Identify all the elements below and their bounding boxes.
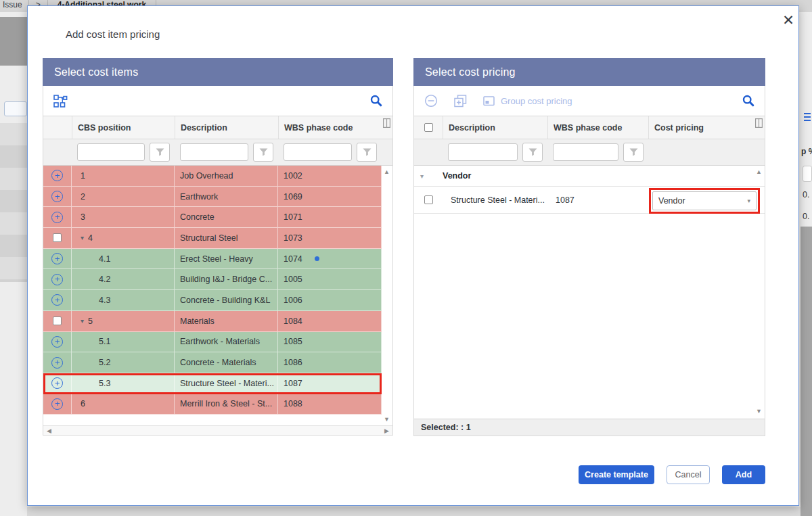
wbs-cell: 1005 <box>278 269 382 290</box>
duplicate-icon[interactable] <box>454 95 467 108</box>
cost-item-row[interactable]: +4.2Building I&J - Bridge C...1005 <box>43 269 382 290</box>
row-control-cell: + <box>43 166 72 187</box>
cost-item-row[interactable]: +4.1Erect Steel - Heavy1074 <box>43 249 382 270</box>
row-control-cell: + <box>43 394 72 415</box>
add-row-icon[interactable]: + <box>51 398 63 410</box>
description-filter-icon[interactable] <box>522 143 543 162</box>
cost-item-row[interactable]: +1Job Overhead1002 <box>43 166 382 187</box>
cost-item-row[interactable]: +5.1Earthwork - Materials1085 <box>43 332 382 353</box>
row-checkbox[interactable] <box>53 316 62 325</box>
description-column-header[interactable]: Description <box>443 116 547 139</box>
add-row-icon[interactable]: + <box>51 336 63 348</box>
row-control-cell: + <box>43 373 72 394</box>
breadcrumb-root[interactable]: Issue <box>0 0 28 11</box>
wbs-filter-input[interactable] <box>284 143 352 161</box>
cbs-position-value: 2 <box>81 192 85 202</box>
cost-pricing-filter-row <box>414 139 765 166</box>
description-cell: Merrill Iron & Steel - St... <box>175 394 278 415</box>
cost-pricing-row[interactable]: Structure Steel - Materi... 1087 Vendor … <box>414 187 765 214</box>
add-row-icon[interactable]: + <box>51 170 63 181</box>
background-value: 0. <box>803 190 809 200</box>
description-cell: Concrete - Materials <box>175 352 278 373</box>
add-button[interactable]: Add <box>722 465 765 484</box>
cbs-filter-input[interactable] <box>77 143 145 161</box>
cost-item-row[interactable]: +4.3Concrete - Building K&L1006 <box>43 290 382 311</box>
wbs-filter-icon[interactable] <box>623 143 644 162</box>
cost-item-row[interactable]: +5.2Concrete - Materials1086 <box>43 352 382 373</box>
cost-items-header-row: CBS position Description WBS phase code <box>43 116 392 139</box>
scroll-left-icon[interactable]: ◀ <box>47 427 51 434</box>
wbs-cell: 1074 <box>278 249 382 270</box>
cbs-position-value: 3 <box>81 212 85 222</box>
cost-item-row[interactable]: ▾5Materials1084 <box>43 311 382 332</box>
remove-row-icon[interactable] <box>424 94 438 108</box>
row-checkbox[interactable] <box>53 233 62 242</box>
menu-lines-icon <box>804 113 811 123</box>
select-cost-items-panel: Select cost items <box>43 58 393 436</box>
cost-item-row[interactable]: +3Concrete1071 <box>43 207 382 228</box>
wbs-phase-code-column-header[interactable]: WBS phase code <box>278 116 382 139</box>
scroll-down-icon[interactable]: ▼ <box>756 408 762 415</box>
add-row-icon[interactable]: + <box>51 253 63 264</box>
scroll-up-icon[interactable]: ▲ <box>384 168 390 175</box>
add-row-icon[interactable]: + <box>51 191 63 202</box>
description-cell: Structural Steel <box>175 228 278 249</box>
row-control-cell: + <box>43 249 72 270</box>
cost-item-row[interactable]: +6Merrill Iron & Steel - St...1088 <box>43 394 382 415</box>
column-chooser-icon[interactable] <box>383 118 390 130</box>
add-cost-item-pricing-dialog: Add cost item pricing ✕ Select cost item… <box>27 5 799 506</box>
add-row-icon[interactable]: + <box>51 377 63 389</box>
wbs-value: 1084 <box>284 316 302 326</box>
cbs-position-cell: ▾4 <box>72 228 175 249</box>
wbs-cell: 1085 <box>278 332 382 353</box>
cost-item-row[interactable]: ▾4Structural Steel1073 <box>43 228 382 249</box>
collapse-icon[interactable]: ▾ <box>81 234 84 241</box>
cost-pricing-dropdown[interactable]: Vendor ▾ <box>652 191 757 210</box>
scroll-down-icon[interactable]: ▼ <box>384 416 390 423</box>
column-chooser-icon[interactable] <box>755 118 763 130</box>
cost-pricing-column-header[interactable]: Cost pricing <box>648 116 754 139</box>
add-row-icon[interactable]: + <box>51 357 63 369</box>
highlight-box: Vendor ▾ <box>649 188 760 214</box>
cost-item-row[interactable]: +5.3Structure Steel - Materi...1087 <box>43 373 382 394</box>
chevron-down-icon: ▾ <box>747 197 750 204</box>
search-icon[interactable] <box>742 95 754 107</box>
row-control-cell: + <box>43 290 72 311</box>
background-left-fragment <box>0 11 27 516</box>
cost-items-panel-title: Select cost items <box>43 58 393 86</box>
description-filter-input[interactable] <box>180 143 248 161</box>
cost-item-row[interactable]: +2Earthwork1069 <box>43 187 382 208</box>
search-icon[interactable] <box>370 95 382 107</box>
cbs-position-cell: 4.2 <box>72 269 175 290</box>
wbs-filter-icon[interactable] <box>357 143 377 162</box>
wbs-value: 1088 <box>284 399 302 408</box>
scroll-right-icon[interactable]: ▶ <box>384 427 389 434</box>
collapse-icon[interactable]: ▾ <box>81 317 84 325</box>
group-cost-pricing-label[interactable]: Group cost pricing <box>501 96 572 106</box>
add-row-icon[interactable]: + <box>51 274 63 285</box>
hierarchy-view-icon[interactable] <box>53 95 68 108</box>
wbs-value: 1073 <box>284 233 302 243</box>
wbs-value: 1069 <box>284 192 302 202</box>
row-control-cell: + <box>43 187 72 208</box>
cancel-button[interactable]: Cancel <box>667 465 710 484</box>
description-filter-input[interactable] <box>448 143 518 161</box>
description-column-header[interactable]: Description <box>175 116 278 139</box>
group-cost-pricing-button[interactable]: Group cost pricing <box>483 96 572 106</box>
close-icon[interactable]: ✕ <box>779 11 798 30</box>
cbs-position-column-header[interactable]: CBS position <box>72 116 175 139</box>
scroll-up-icon[interactable]: ▲ <box>756 168 762 175</box>
add-row-icon[interactable]: + <box>51 294 63 306</box>
description-filter-icon[interactable] <box>253 143 273 162</box>
collapse-group-icon[interactable]: ▾ <box>420 172 443 180</box>
horizontal-scrollbar[interactable]: ◀ ▶ <box>43 425 392 435</box>
description-cell: Concrete - Building K&L <box>175 290 278 311</box>
wbs-filter-input[interactable] <box>553 143 618 161</box>
vendor-group-row[interactable]: ▾ Vendor <box>414 166 765 187</box>
cbs-filter-icon[interactable] <box>150 143 170 162</box>
create-template-button[interactable]: Create template <box>579 465 654 484</box>
add-row-icon[interactable]: + <box>51 212 63 223</box>
select-all-checkbox[interactable] <box>424 123 433 132</box>
row-checkbox[interactable] <box>424 195 433 204</box>
wbs-phase-code-column-header[interactable]: WBS phase code <box>547 116 648 139</box>
